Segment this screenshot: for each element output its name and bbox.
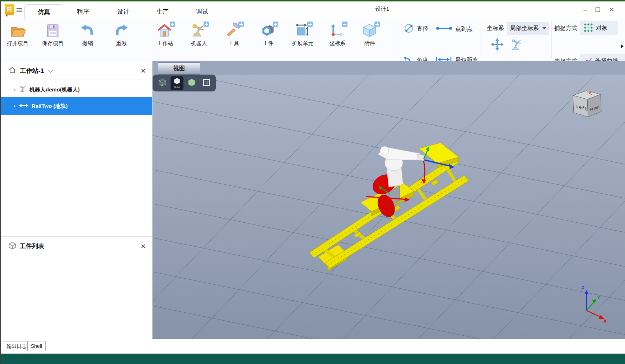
extension-unit-icon bbox=[294, 34, 311, 40]
tab-simulation[interactable]: 仿真 bbox=[24, 4, 63, 19]
workstation-icon bbox=[157, 34, 174, 40]
workpiece-button[interactable]: 工件 bbox=[251, 23, 285, 47]
viewport-tab-strip bbox=[153, 61, 625, 75]
axis-x-label: X bbox=[603, 318, 607, 324]
tab-program[interactable]: 程序 bbox=[64, 4, 102, 19]
snap-object-icon bbox=[584, 23, 593, 34]
save-project-icon bbox=[44, 34, 61, 40]
axis-z-label: Z bbox=[582, 285, 584, 290]
tab-debug[interactable]: 调试 bbox=[183, 4, 221, 19]
attachment-button[interactable]: 附件 bbox=[353, 23, 387, 47]
open-project-label: 打开项目 bbox=[0, 40, 35, 47]
workstation-panel-header: 工作站-1 ✕ bbox=[0, 62, 152, 80]
coordinate-icon bbox=[329, 34, 346, 40]
undo-button[interactable]: 撤销 bbox=[70, 23, 105, 47]
workpiece-panel-close-button[interactable]: ✕ bbox=[139, 242, 147, 250]
snap-object-label: 对象 bbox=[596, 24, 607, 32]
chevron-down-icon bbox=[542, 27, 546, 29]
snap-object-button[interactable]: 对象 bbox=[580, 21, 618, 35]
shell-tab[interactable]: Shell bbox=[27, 341, 46, 351]
coord-system-value: 局部坐标系 bbox=[510, 25, 542, 32]
plus-badge-icon bbox=[273, 22, 278, 27]
workpiece-panel-header: 工件列表 ✕ bbox=[0, 236, 152, 256]
statusbar: 输出日志 Shell bbox=[0, 339, 625, 354]
sidebar: 工作站-1 ✕ 机器人demo(机器人) RailTwo (地轨) 工件列表 ✕ bbox=[0, 61, 153, 339]
move-button[interactable] bbox=[490, 38, 504, 53]
tool-label: 工具 bbox=[216, 40, 251, 47]
robot-item-icon bbox=[19, 85, 27, 94]
workstation-label: 工作站 bbox=[148, 40, 182, 47]
app-logo[interactable]: R bbox=[5, 4, 14, 15]
tree-dot-icon bbox=[14, 105, 15, 107]
document-title: 设计1 bbox=[355, 6, 409, 13]
tree-item-railtwo[interactable]: RailTwo (地轨) bbox=[0, 97, 152, 115]
redo-button[interactable]: 重做 bbox=[104, 23, 139, 47]
workpiece-icon bbox=[260, 34, 277, 40]
viewport-tab-view[interactable]: 视图 bbox=[158, 62, 200, 75]
ribbon-expand-icon[interactable] bbox=[621, 44, 624, 48]
ribbon-separator bbox=[551, 21, 552, 58]
diameter-button[interactable]: 直径 bbox=[404, 24, 428, 34]
ribbon-separator bbox=[396, 21, 396, 58]
plus-badge-icon bbox=[204, 22, 209, 27]
undo-label: 撤销 bbox=[70, 40, 105, 47]
point-to-point-label: 点到点 bbox=[455, 25, 472, 33]
robot-button[interactable]: 机器人 bbox=[182, 23, 216, 47]
undo-icon bbox=[79, 34, 96, 40]
close-button[interactable]: ✕ bbox=[606, 5, 617, 15]
workstation-panel-title: 工作站-1 bbox=[20, 67, 44, 75]
point-to-point-button[interactable]: 点到点 bbox=[435, 24, 472, 34]
axis-y-label: Y bbox=[597, 295, 600, 300]
open-project-button[interactable]: 打开项目 bbox=[0, 23, 35, 47]
window-left-edge bbox=[0, 1, 1, 364]
robot-control-button[interactable] bbox=[510, 38, 523, 53]
plus-badge-icon bbox=[170, 22, 175, 27]
workstation-button[interactable]: 工作站 bbox=[148, 23, 182, 47]
maximize-button[interactable]: ☐ bbox=[592, 5, 603, 15]
logo-dot bbox=[6, 15, 8, 16]
output-log-tab[interactable]: 输出日志 bbox=[3, 341, 30, 351]
control-coord-label: 坐标系 bbox=[487, 25, 504, 32]
bottom-bar bbox=[0, 354, 625, 364]
robot-control-icon bbox=[510, 46, 523, 52]
workpiece-label: 工件 bbox=[251, 40, 285, 47]
axis-triad: Z Y X bbox=[582, 285, 607, 324]
snap-mode-label: 捕捉方式 bbox=[554, 25, 577, 32]
plus-badge-icon bbox=[342, 22, 348, 27]
minimize-button[interactable]: – bbox=[580, 5, 591, 15]
robot-model[interactable] bbox=[309, 143, 469, 271]
extension-unit-button[interactable]: 扩展单元 bbox=[285, 23, 320, 47]
titlebar: R 仿真 程序 设计 生产 调试 设计1 – ☐ ✕ bbox=[0, 1, 625, 19]
tree-dot-icon bbox=[14, 89, 15, 91]
tree-item-robot[interactable]: 机器人demo(机器人) bbox=[0, 81, 152, 98]
move-icon bbox=[490, 46, 504, 52]
chevron-down-icon[interactable] bbox=[48, 67, 53, 72]
hamburger-menu-icon[interactable] bbox=[17, 8, 22, 12]
workpiece-list-icon bbox=[9, 242, 16, 251]
tab-design[interactable]: 设计 bbox=[104, 4, 143, 19]
tab-production[interactable]: 生产 bbox=[143, 4, 182, 19]
tool-button[interactable]: 工具 bbox=[216, 23, 251, 47]
coord-system-dropdown[interactable]: 局部坐标系 bbox=[507, 22, 549, 35]
workpiece-panel-title: 工件列表 bbox=[20, 242, 44, 250]
tool-icon bbox=[225, 34, 242, 40]
diameter-icon bbox=[404, 23, 414, 35]
workstation-panel-close-button[interactable]: ✕ bbox=[139, 67, 147, 75]
plus-badge-icon bbox=[238, 22, 244, 27]
viewport-3d[interactable]: Left Front Z Y X Solid bbox=[153, 75, 625, 339]
redo-icon bbox=[113, 34, 130, 40]
attachment-icon bbox=[361, 34, 378, 40]
home-icon bbox=[9, 67, 16, 75]
nav-cube[interactable]: Left Front bbox=[573, 91, 601, 117]
tree-item-label: RailTwo (地轨) bbox=[32, 103, 68, 110]
application-window: R 仿真 程序 设计 生产 调试 设计1 – ☐ ✕ 打开项目 保存项目 撤销 bbox=[0, 0, 625, 364]
ribbon-separator bbox=[481, 21, 481, 58]
ribbon-toolbar: 打开项目 保存项目 撤销 重做 基本 工作站 bbox=[0, 19, 625, 61]
diameter-label: 直径 bbox=[417, 25, 428, 33]
plus-badge-icon bbox=[374, 22, 380, 27]
cube-axis-glyph bbox=[588, 91, 589, 93]
plus-badge-icon bbox=[307, 22, 313, 27]
coordinate-button[interactable]: 坐标系 bbox=[320, 23, 355, 47]
open-project-icon bbox=[9, 34, 26, 40]
save-project-button[interactable]: 保存项目 bbox=[36, 23, 70, 47]
